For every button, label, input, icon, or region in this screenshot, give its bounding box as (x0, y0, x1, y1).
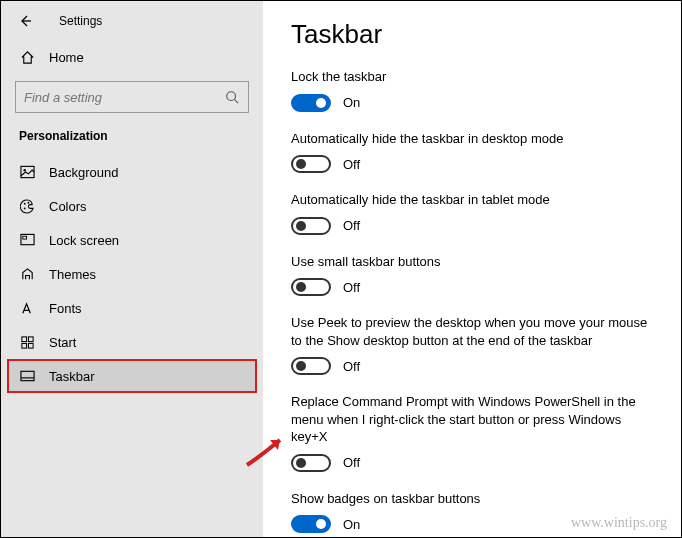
setting-label: Use small taskbar buttons (291, 253, 653, 271)
sidebar-item-label: Taskbar (49, 369, 95, 384)
toggle-state: Off (343, 157, 360, 172)
setting-powershell: Replace Command Prompt with Windows Powe… (291, 393, 653, 472)
svg-rect-9 (22, 236, 26, 239)
page-title: Taskbar (291, 19, 653, 50)
setting-label: Automatically hide the taskbar in tablet… (291, 191, 653, 209)
lock-screen-icon (19, 232, 35, 248)
home-icon (19, 49, 35, 65)
svg-rect-3 (20, 166, 33, 177)
toggle-state: Off (343, 455, 360, 470)
svg-point-6 (23, 207, 25, 209)
toggle-powershell[interactable] (291, 454, 331, 472)
toggle-state: Off (343, 280, 360, 295)
sidebar-item-label: Start (49, 335, 76, 350)
sidebar: Settings Home Personalization Background… (1, 1, 263, 537)
watermark: www.wintips.org (571, 515, 667, 531)
svg-point-5 (23, 202, 25, 204)
search-input[interactable] (24, 90, 224, 105)
sidebar-home[interactable]: Home (1, 39, 263, 75)
themes-icon (19, 266, 35, 282)
sidebar-item-label: Colors (49, 199, 87, 214)
sidebar-home-label: Home (49, 50, 84, 65)
taskbar-icon (19, 368, 35, 384)
svg-rect-14 (20, 371, 33, 380)
search-icon (224, 89, 240, 105)
setting-small-buttons: Use small taskbar buttons Off (291, 253, 653, 297)
svg-line-2 (235, 100, 239, 104)
search-box[interactable] (15, 81, 249, 113)
sidebar-item-label: Background (49, 165, 118, 180)
setting-lock-taskbar: Lock the taskbar On (291, 68, 653, 112)
toggle-state: Off (343, 218, 360, 233)
setting-peek: Use Peek to preview the desktop when you… (291, 314, 653, 375)
toggle-peek[interactable] (291, 357, 331, 375)
start-icon (19, 334, 35, 350)
svg-rect-12 (21, 343, 26, 348)
sidebar-item-fonts[interactable]: Fonts (1, 291, 263, 325)
toggle-badges[interactable] (291, 515, 331, 533)
setting-label: Lock the taskbar (291, 68, 653, 86)
picture-icon (19, 164, 35, 180)
setting-label: Show badges on taskbar buttons (291, 490, 653, 508)
toggle-small-buttons[interactable] (291, 278, 331, 296)
back-button[interactable] (15, 11, 35, 31)
toggle-state: Off (343, 359, 360, 374)
sidebar-item-label: Fonts (49, 301, 82, 316)
sidebar-item-background[interactable]: Background (1, 155, 263, 189)
sidebar-item-label: Themes (49, 267, 96, 282)
toggle-autohide-desktop[interactable] (291, 155, 331, 173)
setting-label: Use Peek to preview the desktop when you… (291, 314, 653, 349)
svg-rect-11 (28, 336, 33, 341)
toggle-state: On (343, 517, 360, 532)
setting-label: Automatically hide the taskbar in deskto… (291, 130, 653, 148)
sidebar-item-colors[interactable]: Colors (1, 189, 263, 223)
sidebar-item-label: Lock screen (49, 233, 119, 248)
sidebar-item-lock-screen[interactable]: Lock screen (1, 223, 263, 257)
sidebar-item-themes[interactable]: Themes (1, 257, 263, 291)
toggle-state: On (343, 95, 360, 110)
setting-label: Replace Command Prompt with Windows Powe… (291, 393, 653, 446)
svg-rect-13 (28, 343, 33, 348)
svg-point-4 (23, 169, 25, 171)
fonts-icon (19, 300, 35, 316)
main-panel: Taskbar Lock the taskbar On Automaticall… (263, 1, 681, 537)
palette-icon (19, 198, 35, 214)
section-title: Personalization (1, 123, 263, 155)
sidebar-item-taskbar[interactable]: Taskbar (7, 359, 257, 393)
sidebar-item-start[interactable]: Start (1, 325, 263, 359)
setting-autohide-desktop: Automatically hide the taskbar in deskto… (291, 130, 653, 174)
svg-point-1 (227, 92, 236, 101)
toggle-lock-taskbar[interactable] (291, 94, 331, 112)
window-header: Settings (1, 1, 263, 39)
window-title: Settings (59, 14, 102, 28)
setting-autohide-tablet: Automatically hide the taskbar in tablet… (291, 191, 653, 235)
back-arrow-icon (18, 14, 32, 28)
toggle-autohide-tablet[interactable] (291, 217, 331, 235)
svg-point-7 (27, 201, 29, 203)
svg-rect-10 (21, 336, 26, 341)
